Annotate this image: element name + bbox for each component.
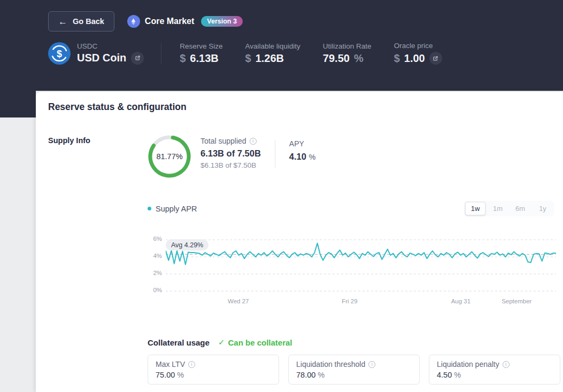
back-arrow-icon: ← [58, 17, 67, 26]
y-tick-label: 6% [144, 236, 162, 242]
stat-prefix: $ [394, 52, 400, 65]
supply-info-label: Supply Info [48, 136, 90, 145]
range-1m-button[interactable]: 1m [488, 202, 508, 215]
info-icon[interactable] [188, 361, 195, 368]
collateral-status: ✓ Can be collateral [218, 338, 292, 347]
range-1w-button[interactable]: 1w [465, 202, 485, 215]
stat-reserve-size: Reserve Size $6.13B [180, 42, 222, 65]
chart-legend-row: Supply APR 1w 1m 6m 1y [148, 201, 554, 216]
supply-apr-legend: Supply APR [156, 205, 197, 213]
collateral-cards: Max LTV 75.00 % Liquidation threshold 78… [148, 355, 560, 385]
card-label: Max LTV [156, 360, 185, 369]
top-nav-row: ← Go Back Core Market Version 3 [48, 11, 243, 32]
version-badge: Version 3 [201, 16, 243, 27]
supply-summary-row: 81.77% Total supplied 6.13B of 7.50B $6.… [148, 135, 315, 178]
supply-donut-chart: 81.77% [148, 135, 191, 178]
go-back-label: Go Back [73, 17, 104, 26]
market-name: Core Market [145, 17, 194, 26]
stat-available-liquidity: Available liquidity $1.26B [245, 42, 300, 65]
page: ← Go Back Core Market Version 3 $ USDC U… [0, 0, 563, 392]
max-ltv-card: Max LTV 75.00 % [148, 355, 279, 385]
time-range-selector: 1w 1m 6m 1y [464, 201, 554, 216]
go-back-button[interactable]: ← Go Back [48, 11, 114, 32]
info-icon[interactable] [250, 138, 257, 145]
apy-divider [275, 140, 275, 168]
liquidation-penalty-card: Liquidation penalty 4.50 % [429, 355, 560, 385]
x-tick-label: Aug 31 [451, 298, 471, 304]
apy-value: 4.10 [289, 152, 306, 161]
stat-value: 1.00 [404, 52, 425, 65]
oracle-external-link-icon[interactable] [429, 52, 442, 65]
card-value: 75.00 [156, 371, 175, 379]
apy-suffix: % [309, 153, 316, 161]
supply-apr-chart: 6%4%2%0% Avg 4.29% Wed 27Fri 29Aug 31Sep… [144, 236, 561, 311]
x-tick-label: Wed 27 [228, 298, 249, 304]
total-supplied-block: Total supplied 6.13B of 7.50B $6.13B of … [200, 135, 261, 169]
stat-value: 79.50 [323, 52, 350, 65]
supply-apr-dot-icon [148, 207, 151, 210]
total-supplied-label: Total supplied [200, 137, 246, 145]
card-value: 78.00 [296, 371, 315, 379]
card-label: Liquidation threshold [296, 360, 365, 369]
y-tick-label: 2% [144, 270, 162, 276]
panel-title: Reserve status & configuration [48, 101, 187, 113]
card-label: Liquidation penalty [437, 360, 499, 369]
stat-prefix: $ [180, 52, 186, 65]
y-tick-label: 4% [144, 253, 162, 259]
svg-text:$: $ [57, 48, 62, 59]
asset-symbol: USDC [77, 42, 144, 50]
market-selector[interactable]: Core Market Version 3 [127, 15, 243, 28]
stat-prefix: $ [245, 52, 251, 65]
stats-divider [161, 43, 161, 64]
total-supplied-amount: 6.13B of 7.50B [200, 148, 261, 159]
card-suffix: % [177, 371, 184, 379]
asset-name: USD Coin [77, 52, 126, 64]
total-supplied-usd: $6.13B of $7.50B [200, 161, 261, 169]
y-axis: 6%4%2%0% [144, 236, 162, 295]
stat-suffix: % [354, 52, 364, 65]
info-icon[interactable] [368, 361, 375, 368]
usdc-icon: $ [48, 42, 71, 65]
supply-apr-line [166, 243, 556, 264]
apy-label: APY [289, 139, 316, 148]
x-tick-label: September [502, 298, 531, 304]
ethereum-icon [127, 15, 140, 28]
asset-texts: USDC USD Coin [77, 42, 144, 65]
stat-label: Oracle price [394, 42, 442, 50]
liquidation-threshold-card: Liquidation threshold 78.00 % [288, 355, 420, 385]
reserve-stats-row: $ USDC USD Coin Reserve Size $6.13B Avai… [48, 42, 465, 65]
range-1y-button[interactable]: 1y [533, 202, 553, 215]
avg-apr-badge: Avg 4.29% [166, 239, 209, 250]
stat-label: Available liquidity [245, 42, 300, 50]
card-suffix: % [318, 371, 325, 379]
stat-value: 6.13B [190, 52, 218, 65]
stat-utilization-rate: Utilization Rate 79.50% [323, 42, 372, 65]
card-value: 4.50 [437, 371, 452, 379]
reserve-config-panel: Reserve status & configuration Supply In… [36, 92, 563, 392]
stat-value: 1.26B [256, 52, 284, 65]
collateral-usage-title: Collateral usage [148, 338, 210, 347]
dark-header-left-extension [0, 91, 36, 117]
apy-block: APY 4.10 % [289, 135, 316, 162]
stat-label: Reserve Size [180, 42, 222, 50]
asset-block: $ USDC USD Coin [48, 42, 144, 65]
info-icon[interactable] [503, 361, 510, 368]
y-tick-label: 0% [144, 287, 162, 293]
stat-oracle-price: Oracle price $1.00 [394, 42, 442, 65]
stat-label: Utilization Rate [323, 42, 372, 50]
collateral-usage-row: Collateral usage ✓ Can be collateral [148, 338, 292, 347]
supply-percent: 81.77% [148, 135, 191, 178]
collateral-status-label: Can be collateral [228, 338, 292, 347]
x-tick-label: Fri 29 [342, 298, 357, 304]
range-6m-button[interactable]: 6m [510, 202, 530, 215]
asset-external-link-icon[interactable] [131, 52, 144, 65]
card-suffix: % [454, 371, 461, 379]
check-icon: ✓ [218, 338, 225, 347]
